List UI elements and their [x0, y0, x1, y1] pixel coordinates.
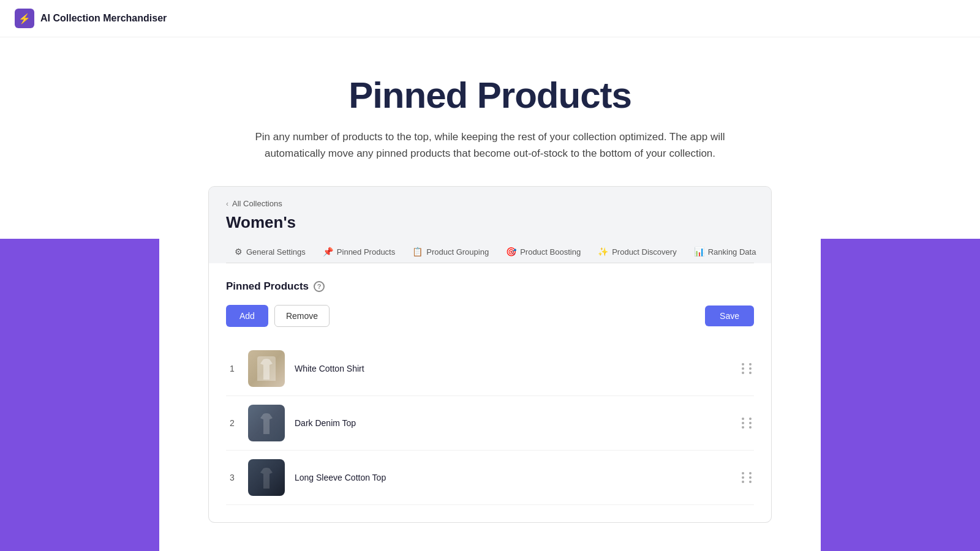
tab-product-grouping-label: Product Grouping: [426, 247, 489, 257]
table-row: 2 Dark Denim Top: [226, 396, 754, 451]
tab-product-discovery[interactable]: ✨ Product Discovery: [589, 242, 685, 263]
tab-general-settings-label: General Settings: [246, 247, 306, 257]
tab-pinned-products-label: Pinned Products: [337, 247, 395, 257]
app-mockup: ‹ All Collections Women's ⚙ General Sett…: [208, 186, 772, 523]
panel-header: Pinned Products ?: [226, 280, 754, 293]
breadcrumb-link[interactable]: All Collections: [232, 199, 282, 208]
table-row: 3 Long Sleeve Cotton Top: [226, 451, 754, 505]
help-icon[interactable]: ?: [314, 281, 325, 292]
main-panel: Pinned Products ? Add Remove Save 1: [209, 263, 771, 522]
drag-handle[interactable]: [742, 418, 754, 429]
boosting-icon: 🎯: [506, 247, 516, 257]
product-number: 2: [226, 418, 238, 428]
app-title: AI Collection Merchandiser: [40, 13, 167, 24]
pin-icon: 📌: [323, 247, 333, 257]
collection-header: ‹ All Collections Women's ⚙ General Sett…: [209, 187, 771, 263]
table-row: 1 White Cotton Shirt: [226, 342, 754, 396]
product-name: Dark Denim Top: [295, 418, 732, 428]
discovery-icon: ✨: [598, 247, 608, 257]
main-content: Pinned Products Pin any number of produc…: [0, 37, 980, 523]
drag-handle[interactable]: [742, 472, 754, 483]
product-image: [248, 350, 285, 387]
remove-button[interactable]: Remove: [274, 305, 330, 327]
product-list: 1 White Cotton Shirt: [226, 342, 754, 505]
breadcrumb-chevron-icon: ‹: [226, 200, 228, 208]
tab-general-settings[interactable]: ⚙ General Settings: [226, 242, 314, 263]
app-logo: ⚡ AI Collection Merchandiser: [15, 9, 167, 28]
drag-handle[interactable]: [742, 363, 754, 374]
panel-title: Pinned Products: [226, 280, 309, 293]
ranking-icon: 📊: [694, 247, 704, 257]
gear-icon: ⚙: [235, 247, 243, 257]
product-image: [248, 405, 285, 441]
tab-product-boosting[interactable]: 🎯 Product Boosting: [497, 242, 589, 263]
product-image: [248, 459, 285, 496]
grouping-icon: 📋: [412, 247, 423, 257]
tab-product-boosting-label: Product Boosting: [520, 247, 581, 257]
tabs-nav: ⚙ General Settings 📌 Pinned Products 📋 P…: [226, 242, 754, 263]
product-number: 3: [226, 473, 238, 482]
tab-pinned-products[interactable]: 📌 Pinned Products: [314, 242, 404, 263]
top-nav: ⚡ AI Collection Merchandiser: [0, 0, 980, 37]
hero-section: Pinned Products Pin any number of produc…: [245, 74, 735, 162]
product-name: White Cotton Shirt: [295, 364, 732, 373]
collection-title: Women's: [226, 213, 754, 232]
hero-title: Pinned Products: [245, 74, 735, 116]
product-name: Long Sleeve Cotton Top: [295, 473, 732, 482]
product-number: 1: [226, 364, 238, 373]
tab-product-discovery-label: Product Discovery: [612, 247, 676, 257]
tab-product-grouping[interactable]: 📋 Product Grouping: [404, 242, 497, 263]
hero-subtitle: Pin any number of products to the top, w…: [245, 129, 735, 162]
action-row: Add Remove Save: [226, 305, 754, 327]
tab-ranking-data[interactable]: 📊 Ranking Data: [685, 242, 765, 263]
save-button[interactable]: Save: [705, 305, 754, 326]
action-left: Add Remove: [226, 305, 330, 327]
logo-icon: ⚡: [15, 9, 34, 28]
breadcrumb: ‹ All Collections: [226, 199, 754, 208]
tab-ranking-data-label: Ranking Data: [708, 247, 756, 257]
add-button[interactable]: Add: [226, 305, 268, 327]
